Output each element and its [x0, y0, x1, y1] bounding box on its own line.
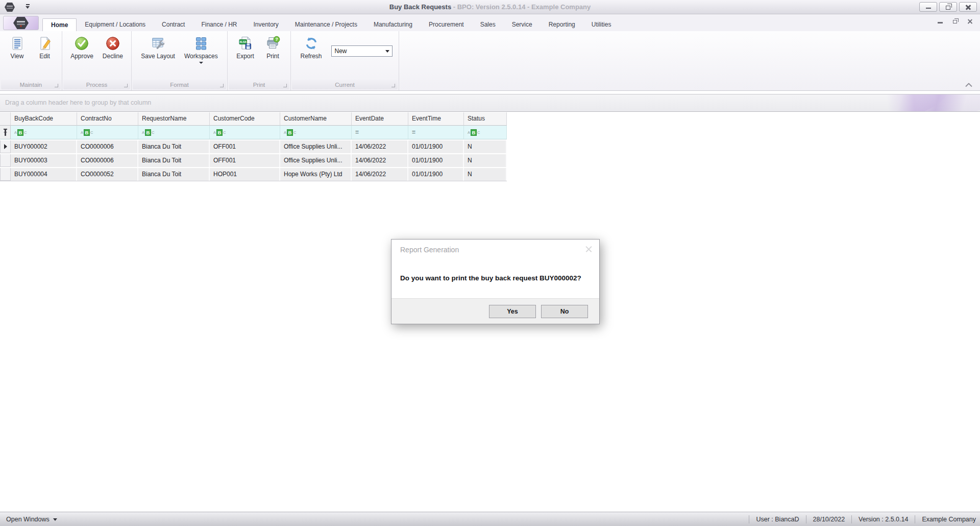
view-button[interactable]: View: [5, 33, 30, 61]
cell-eventdate[interactable]: 14/06/2022: [352, 140, 408, 153]
cell-status[interactable]: N: [464, 154, 507, 167]
dialog-launcher-icon[interactable]: [391, 84, 395, 87]
column-header-eventdate[interactable]: EventDate: [352, 112, 408, 126]
column-header-customername[interactable]: CustomerName: [280, 112, 352, 126]
cell-eventtime[interactable]: 01/01/1900: [408, 140, 464, 153]
dialog-launcher-icon[interactable]: [220, 84, 224, 87]
dialog-close-icon[interactable]: [585, 245, 593, 253]
filter-cell-status[interactable]: ABC: [464, 126, 507, 139]
refresh-button[interactable]: Refresh: [297, 33, 325, 61]
decorative-swirl: [844, 94, 980, 112]
column-header-customercode[interactable]: CustomerCode: [210, 112, 280, 126]
column-header-requestorname[interactable]: RequestorName: [138, 112, 210, 126]
workspaces-button[interactable]: Workspaces: [181, 33, 221, 65]
restore-button[interactable]: [939, 2, 957, 12]
table-row[interactable]: BUY000004 CO0000052 Bianca Du Toit HOP00…: [0, 168, 507, 181]
cell-customername[interactable]: Office Supplies Unli...: [280, 140, 352, 153]
statusbar-company: Example Company: [922, 516, 976, 523]
cell-customername[interactable]: Hope Works (Pty) Ltd: [280, 168, 352, 181]
table-row[interactable]: BUY000002 CO0000006 Bianca Du Toit OFF00…: [0, 140, 507, 153]
tab-manufacturing[interactable]: Manufacturing: [365, 18, 421, 31]
tab-inventory[interactable]: Inventory: [245, 18, 286, 31]
cell-customercode[interactable]: OFF001: [210, 154, 280, 167]
row-indicator-cell: [0, 154, 11, 167]
mdi-minimize-icon[interactable]: [938, 22, 943, 23]
yes-button[interactable]: Yes: [489, 305, 536, 318]
tab-sales[interactable]: Sales: [472, 18, 504, 31]
approve-button[interactable]: Approve: [67, 33, 96, 61]
export-button[interactable]: XLSX Export: [233, 33, 258, 61]
decline-button[interactable]: Decline: [100, 33, 126, 61]
cell-status[interactable]: N: [464, 168, 507, 181]
tab-finance-hr[interactable]: Finance / HR: [193, 18, 245, 31]
minimize-button[interactable]: [919, 2, 937, 12]
print-button[interactable]: ? Print: [261, 33, 285, 61]
tab-reporting[interactable]: Reporting: [541, 18, 583, 31]
application-window: Buy Back Requests - BPO: Version 2.5.0.1…: [0, 0, 980, 526]
group-by-panel[interactable]: Drag a column header here to group by th…: [0, 94, 980, 112]
mdi-close-icon[interactable]: [967, 18, 973, 24]
edit-button-label: Edit: [39, 53, 50, 60]
application-menu-button[interactable]: [3, 16, 39, 30]
tab-utilities[interactable]: Utilities: [583, 18, 620, 31]
cell-buybackcode[interactable]: BUY000003: [11, 154, 77, 167]
cell-contractno[interactable]: CO0000006: [77, 154, 138, 167]
cell-contractno[interactable]: CO0000006: [77, 140, 138, 153]
dialog-footer: Yes No: [391, 298, 599, 324]
edit-button[interactable]: Edit: [33, 33, 57, 61]
cell-requestorname[interactable]: Bianca Du Toit: [138, 154, 210, 167]
dialog-launcher-icon[interactable]: [55, 84, 58, 87]
filter-cell-customercode[interactable]: ABC: [210, 126, 280, 139]
grid-corner-cell: [0, 112, 11, 126]
tab-equipment-locations[interactable]: Equipment / Locations: [77, 18, 154, 31]
cell-buybackcode[interactable]: BUY000002: [11, 140, 77, 153]
filter-cell-buybackcode[interactable]: ABC: [11, 126, 77, 139]
tab-service[interactable]: Service: [504, 18, 541, 31]
dialog-launcher-icon[interactable]: [283, 84, 287, 87]
cell-contractno[interactable]: CO0000052: [77, 168, 138, 181]
tab-procurement[interactable]: Procurement: [421, 18, 472, 31]
cell-eventtime[interactable]: 01/01/1900: [408, 168, 464, 181]
cell-buybackcode[interactable]: BUY000004: [11, 168, 77, 181]
tab-contract[interactable]: Contract: [154, 18, 193, 31]
column-header-buybackcode[interactable]: BuyBackCode: [11, 112, 77, 126]
cell-customername[interactable]: Office Supplies Unli...: [280, 154, 352, 167]
filter-cell-contractno[interactable]: ABC: [77, 126, 138, 139]
export-icon: XLSX: [238, 36, 253, 51]
combobox-value: New: [332, 47, 383, 55]
cell-customercode[interactable]: OFF001: [210, 140, 280, 153]
cell-eventdate[interactable]: 14/06/2022: [352, 168, 408, 181]
cell-eventtime[interactable]: 01/01/1900: [408, 154, 464, 167]
tab-home[interactable]: Home: [42, 18, 77, 31]
no-button[interactable]: No: [541, 305, 588, 318]
cell-requestorname[interactable]: Bianca Du Toit: [138, 168, 210, 181]
filter-pin-cell[interactable]: [0, 126, 11, 139]
column-header-contractno[interactable]: ContractNo: [77, 112, 138, 126]
cell-eventdate[interactable]: 14/06/2022: [352, 154, 408, 167]
save-layout-button[interactable]: Save Layout: [138, 33, 178, 61]
cell-requestorname[interactable]: Bianca Du Toit: [138, 140, 210, 153]
filter-cell-eventtime[interactable]: =: [408, 126, 464, 139]
dialog-launcher-icon[interactable]: [124, 84, 128, 87]
combobox-dropdown-icon[interactable]: [383, 46, 392, 56]
filter-cell-customername[interactable]: ABC: [280, 126, 352, 139]
status-filter-combobox[interactable]: New: [331, 45, 393, 57]
filter-cell-requestorname[interactable]: ABC: [138, 126, 210, 139]
restore-icon: [946, 6, 950, 10]
close-button[interactable]: [959, 2, 977, 12]
close-icon: [965, 4, 971, 10]
filter-cell-eventdate[interactable]: =: [352, 126, 408, 139]
mdi-restore-icon[interactable]: [953, 20, 957, 23]
tab-maintenance-projects[interactable]: Maintenance / Projects: [287, 18, 365, 31]
group-label-print: Print: [253, 82, 265, 88]
cell-status[interactable]: N: [464, 140, 507, 153]
cell-customercode[interactable]: HOP001: [210, 168, 280, 181]
column-header-status[interactable]: Status: [464, 112, 507, 126]
statusbar-user: User : BiancaD: [756, 516, 799, 523]
mdi-window-controls: [938, 18, 973, 24]
collapse-ribbon-icon[interactable]: [965, 82, 973, 87]
table-row[interactable]: BUY000003 CO0000006 Bianca Du Toit OFF00…: [0, 154, 507, 167]
open-windows-button[interactable]: Open Windows: [0, 516, 57, 523]
text-filter-icon: ABC: [284, 129, 296, 136]
column-header-eventtime[interactable]: EventTime: [408, 112, 464, 126]
